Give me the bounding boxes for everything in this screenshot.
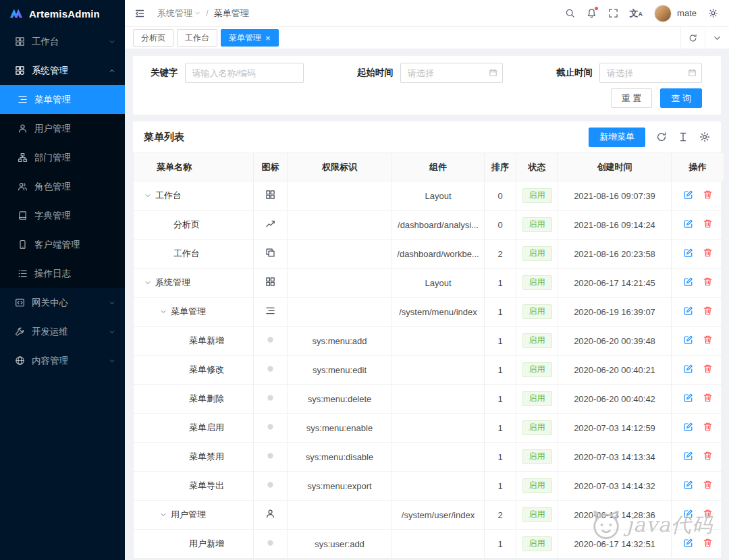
filter-actions: 重 置 查 询 (133, 83, 721, 111)
sidebar-item-dept[interactable]: 部门管理 (0, 143, 125, 172)
edit-icon[interactable] (683, 248, 693, 258)
start-time-input[interactable] (400, 63, 503, 83)
grid-icon (265, 190, 275, 200)
created-cell: 2020-06-17 14:21:45 (558, 269, 672, 298)
sidebar-item-content[interactable]: 内容管理 (0, 346, 125, 375)
avatar[interactable] (654, 5, 672, 22)
trash-icon[interactable] (703, 306, 713, 316)
table-settings-icon[interactable] (699, 132, 710, 142)
sidebar-item-devops[interactable]: 开发运维 (0, 317, 125, 346)
end-time-filter: 截止时间 (556, 63, 702, 83)
notifications[interactable] (587, 8, 597, 18)
sidebar-item-gateway[interactable]: 网关中心 (0, 288, 125, 317)
close-icon[interactable]: × (265, 34, 271, 43)
search-icon[interactable] (565, 8, 575, 18)
row-expand-icon[interactable] (160, 511, 167, 518)
edit-icon[interactable] (683, 277, 693, 287)
menu-list-icon (265, 306, 275, 316)
component-cell (392, 472, 485, 501)
add-menu-button[interactable]: 新增菜单 (589, 128, 645, 147)
column-settings-icon[interactable] (678, 132, 688, 142)
menu-icon-cell (254, 530, 288, 559)
username[interactable]: mate (677, 8, 697, 18)
end-time-input[interactable] (599, 63, 702, 83)
edit-icon[interactable] (683, 364, 693, 374)
trash-icon[interactable] (703, 480, 713, 490)
tree-node: 工作台 (144, 190, 249, 202)
edit-icon[interactable] (683, 393, 693, 403)
status-badge: 启用 (522, 188, 552, 203)
edit-icon[interactable] (683, 422, 693, 432)
status-badge: 启用 (522, 507, 552, 522)
menu-icon-cell (254, 327, 288, 356)
created-cell: 2020-06-17 14:32:51 (558, 530, 672, 559)
sidebar-item-log[interactable]: 操作日志 (0, 259, 125, 288)
trash-icon[interactable] (703, 393, 713, 403)
log-icon (18, 269, 28, 279)
column-header: 图标 (254, 153, 288, 181)
permission-cell (288, 269, 392, 298)
edit-icon[interactable] (683, 509, 693, 519)
created-cell: 2020-07-03 14:13:34 (558, 443, 672, 472)
permission-cell (288, 181, 392, 211)
breadcrumb-parent-label: 系统管理 (157, 7, 192, 20)
refresh-tabs-icon[interactable] (680, 27, 705, 49)
translate-icon[interactable]: 文A (630, 9, 643, 18)
tab-menu[interactable]: 菜单管理× (221, 29, 279, 47)
trash-icon[interactable] (703, 364, 713, 374)
trash-icon[interactable] (703, 277, 713, 287)
row-expand-icon[interactable] (160, 308, 167, 315)
sidebar-item-dict[interactable]: 字典管理 (0, 201, 125, 230)
keyword-input[interactable] (185, 63, 304, 83)
status-cell: 启用 (516, 298, 558, 327)
settings-gear-icon[interactable] (708, 8, 718, 18)
sidebar-item-user[interactable]: 用户管理 (0, 114, 125, 143)
menu-name-cell: 菜单启用 (134, 414, 254, 443)
gateway-icon (15, 298, 25, 308)
tab-menu-chevron-icon[interactable] (705, 27, 729, 49)
sidebar-item-menu[interactable]: 菜单管理 (0, 85, 125, 114)
edit-icon[interactable] (683, 451, 693, 461)
edit-icon[interactable] (683, 219, 693, 229)
edit-icon[interactable] (683, 538, 693, 548)
logo[interactable]: ArtemisAdmin (0, 0, 125, 27)
reset-button[interactable]: 重 置 (611, 88, 653, 108)
edit-icon[interactable] (683, 306, 693, 316)
trash-icon[interactable] (703, 422, 713, 432)
sidebar-item-workbench[interactable]: 工作台 (0, 27, 125, 56)
trash-icon[interactable] (703, 451, 713, 461)
trash-icon[interactable] (703, 538, 713, 548)
trash-icon[interactable] (703, 248, 713, 258)
sidebar-item-client[interactable]: 客户端管理 (0, 230, 125, 259)
fullscreen-icon[interactable] (608, 8, 618, 18)
card-title: 菜单列表 (144, 131, 184, 144)
actions-cell (672, 211, 724, 240)
menu-name: 用户管理 (171, 509, 206, 521)
notification-badge (595, 7, 598, 10)
trash-icon[interactable] (703, 190, 713, 200)
menu-list-card: 菜单列表 新增菜单 菜单名称图标权限标识组件排序状态创建时间操作 工作台Layo… (133, 121, 721, 559)
sidebar-item-system[interactable]: 系统管理 (0, 56, 125, 85)
trash-icon[interactable] (703, 219, 713, 229)
row-expand-icon[interactable] (144, 279, 151, 286)
breadcrumb-parent[interactable]: 系统管理 (157, 7, 200, 20)
edit-icon[interactable] (683, 335, 693, 345)
actions-cell (672, 530, 724, 559)
edit-icon[interactable] (683, 480, 693, 490)
table-row: 菜单导出sys:menu:export1启用2020-07-03 14:14:3… (134, 472, 724, 501)
query-button[interactable]: 查 询 (660, 88, 702, 108)
edit-icon[interactable] (683, 190, 693, 200)
tab-workbench[interactable]: 工作台 (177, 29, 217, 47)
dot-icon (265, 480, 275, 490)
end-time-label: 截止时间 (556, 67, 593, 79)
column-header: 菜单名称 (134, 153, 254, 181)
collapse-sidebar-icon[interactable] (134, 8, 145, 19)
status-badge: 启用 (522, 275, 552, 290)
row-expand-icon[interactable] (144, 192, 151, 199)
keyword-label: 关键字 (151, 67, 178, 79)
sidebar-item-role[interactable]: 角色管理 (0, 172, 125, 201)
refresh-table-icon[interactable] (656, 132, 667, 142)
trash-icon[interactable] (703, 335, 713, 345)
tab-analysis[interactable]: 分析页 (133, 29, 173, 47)
trash-icon[interactable] (703, 509, 713, 519)
